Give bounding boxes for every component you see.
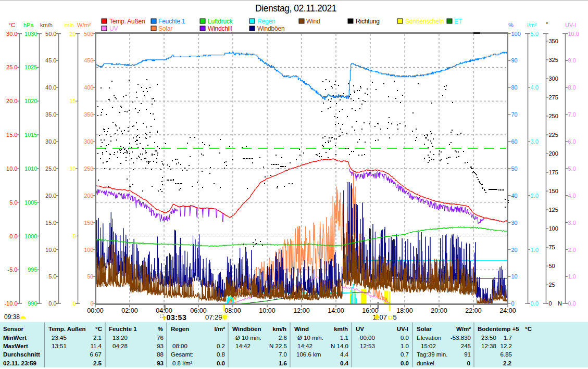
svg-text:08:00: 08:00 — [224, 307, 241, 314]
svg-text:0: 0 — [549, 300, 552, 307]
svg-text:150: 150 — [84, 220, 93, 226]
svg-text:100: 100 — [84, 247, 93, 253]
svg-text:Dienstag, 02.11.2021: Dienstag, 02.11.2021 — [255, 3, 336, 14]
svg-text:04:28: 04:28 — [112, 343, 128, 349]
svg-text:80: 80 — [511, 84, 518, 91]
svg-text:10: 10 — [511, 273, 518, 279]
svg-text:Temp. Außen: Temp. Außen — [109, 18, 145, 25]
svg-text:2.0: 2.0 — [531, 193, 539, 199]
svg-text:23:45: 23:45 — [52, 335, 67, 341]
svg-text:0.0: 0.0 — [217, 360, 225, 366]
svg-text:30: 30 — [511, 220, 518, 226]
svg-text:1.0: 1.0 — [401, 343, 409, 349]
svg-text:N 22.5: N 22.5 — [269, 343, 287, 349]
svg-text:25.0: 25.0 — [45, 166, 56, 172]
svg-text:8.0: 8.0 — [568, 84, 576, 91]
svg-text:MinWert: MinWert — [3, 335, 27, 341]
svg-text:W/m²: W/m² — [456, 326, 471, 332]
svg-text:175: 175 — [549, 169, 558, 175]
svg-text:0.0: 0.0 — [9, 233, 17, 239]
svg-text:1025: 1025 — [24, 64, 37, 70]
svg-text:7.0: 7.0 — [568, 111, 576, 118]
svg-text:5.0: 5.0 — [531, 31, 539, 37]
svg-text:1015: 1015 — [24, 132, 37, 138]
svg-text:9.0: 9.0 — [568, 57, 576, 63]
svg-text:0.0: 0.0 — [401, 335, 409, 341]
svg-text:Temp. Außen: Temp. Außen — [48, 326, 86, 332]
svg-text:Ø 10 min.: Ø 10 min. — [297, 335, 323, 341]
svg-text:°C: °C — [9, 22, 15, 28]
svg-text:14:42: 14:42 — [235, 343, 251, 349]
svg-text:07: 07 — [380, 313, 387, 321]
svg-text:2.6: 2.6 — [279, 335, 287, 341]
svg-text:22:00: 22:00 — [465, 307, 481, 314]
svg-text:10: 10 — [69, 166, 76, 172]
svg-text:°C: °C — [525, 326, 532, 332]
svg-text:0.2: 0.2 — [217, 343, 225, 349]
svg-text:20: 20 — [69, 31, 76, 37]
svg-text:2.0: 2.0 — [568, 247, 576, 253]
svg-text:300: 300 — [549, 75, 558, 82]
svg-text:14:00: 14:00 — [328, 307, 344, 314]
svg-text:25: 25 — [549, 282, 555, 288]
svg-text:75: 75 — [549, 244, 555, 250]
svg-text:Elevation: Elevation — [417, 335, 441, 341]
svg-text:UV-I: UV-I — [397, 326, 408, 332]
svg-text:Feuchte 1: Feuchte 1 — [158, 18, 185, 25]
svg-text:l/m²: l/m² — [527, 22, 537, 28]
svg-text:1.1: 1.1 — [340, 335, 348, 341]
svg-text:450: 450 — [84, 57, 93, 63]
svg-text:30.0: 30.0 — [45, 138, 56, 145]
svg-text:4.0: 4.0 — [568, 193, 576, 199]
svg-text:990: 990 — [28, 300, 37, 307]
svg-text:200: 200 — [549, 150, 558, 157]
svg-text:1020: 1020 — [24, 98, 37, 104]
svg-text:10:00: 10:00 — [259, 307, 275, 314]
svg-text:76: 76 — [157, 335, 164, 341]
svg-text:20.0: 20.0 — [45, 193, 56, 199]
svg-text:6.85: 6.85 — [501, 351, 512, 358]
svg-text:4.0: 4.0 — [531, 84, 539, 91]
svg-text:50.0: 50.0 — [45, 31, 56, 37]
svg-text:20: 20 — [511, 247, 518, 253]
svg-text:40: 40 — [511, 193, 518, 199]
svg-text:0.0: 0.0 — [568, 300, 576, 307]
svg-text:100: 100 — [511, 31, 521, 37]
svg-text:07:29: 07:29 — [205, 313, 222, 321]
svg-text:W/m²: W/m² — [77, 22, 91, 28]
svg-text:Solar: Solar — [417, 326, 432, 332]
svg-text:0.4: 0.4 — [340, 360, 349, 366]
svg-text:91: 91 — [464, 351, 471, 358]
svg-text:1010: 1010 — [24, 166, 37, 172]
svg-text:3.0: 3.0 — [531, 138, 539, 145]
svg-text:350: 350 — [84, 111, 93, 118]
svg-text:300: 300 — [84, 138, 93, 145]
svg-text:08:00: 08:00 — [172, 343, 187, 349]
svg-text:Windböen: Windböen — [257, 25, 284, 32]
svg-text:1.6: 1.6 — [279, 360, 287, 366]
svg-text:00:00: 00:00 — [360, 335, 375, 341]
svg-text:°C: °C — [95, 326, 102, 332]
svg-text:Feuchte 1: Feuchte 1 — [109, 326, 137, 332]
svg-text:250: 250 — [84, 166, 93, 172]
svg-text:200: 200 — [84, 193, 93, 199]
svg-text:24:00: 24:00 — [499, 307, 516, 314]
svg-text:06:00: 06:00 — [190, 307, 206, 314]
svg-text:25.0: 25.0 — [6, 64, 17, 70]
svg-text:Sonnenschein: Sonnenschein — [405, 18, 444, 25]
svg-text:Regen: Regen — [171, 326, 189, 332]
svg-text:3.0: 3.0 — [568, 220, 576, 226]
svg-text:Regen: Regen — [257, 18, 275, 25]
svg-text:40.0: 40.0 — [45, 84, 56, 91]
svg-text:13:51: 13:51 — [52, 343, 67, 349]
svg-text:12:53: 12:53 — [360, 343, 375, 349]
svg-text:Wind: Wind — [294, 326, 309, 332]
svg-text:09:38: 09:38 — [4, 313, 20, 321]
svg-text:10.0: 10.0 — [45, 247, 56, 253]
svg-text:93: 93 — [157, 360, 164, 366]
svg-text:400: 400 — [84, 84, 93, 91]
svg-text:6.67: 6.67 — [90, 351, 102, 358]
svg-text:5.0: 5.0 — [48, 273, 56, 279]
svg-text:15: 15 — [69, 98, 76, 104]
svg-text:7.0: 7.0 — [279, 351, 287, 358]
